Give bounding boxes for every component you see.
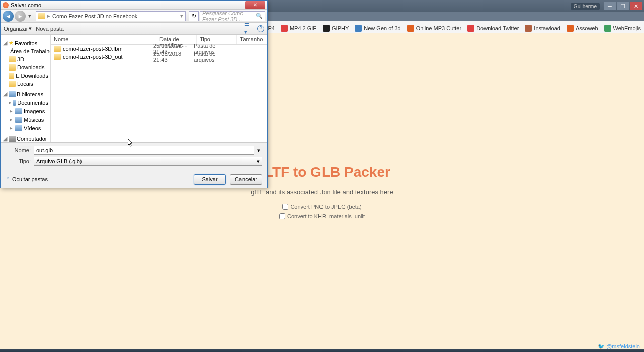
- nav-history-dropdown[interactable]: ▾: [27, 11, 33, 21]
- bookmark-mp3cutter[interactable]: Online MP3 Cutter: [407, 25, 461, 32]
- library-icon: [15, 108, 22, 114]
- search-icon[interactable]: 🔍: [256, 13, 263, 19]
- folder-icon: [9, 64, 16, 71]
- library-icon: [13, 100, 16, 106]
- bookmark-assoweb[interactable]: Assoweb: [567, 25, 598, 32]
- bookmark-webemojis[interactable]: WebEmojis: [604, 25, 641, 32]
- folder-icon: [9, 73, 14, 79]
- library-icon: [15, 117, 22, 123]
- tree-item-images[interactable]: ▸Imagens: [1, 107, 50, 115]
- minimize-button[interactable]: ─: [604, 2, 616, 10]
- tree-item-music[interactable]: ▸Músicas: [1, 115, 50, 124]
- tree-computer[interactable]: ◢Computador: [1, 134, 50, 142]
- dialog-body: ◢★Favoritos Área de Trabalho 3D Download…: [1, 35, 267, 143]
- folder-icon: [9, 56, 16, 62]
- dialog-nav: ◄ ► ▾ ▸ Como Fazer Post 3D no Facebook ▾…: [1, 10, 267, 23]
- bookmark-instawload[interactable]: Instawload: [525, 25, 560, 32]
- save-dialog: Salvar como ✕ ◄ ► ▾ ▸ Como Fazer Post 3D…: [0, 0, 268, 188]
- name-label: Nome:: [6, 147, 31, 153]
- folder-icon: [9, 81, 16, 87]
- help-button[interactable]: ?: [257, 25, 264, 32]
- bookmark-newgen3d[interactable]: New Gen of 3d: [355, 25, 400, 32]
- tree-item-edownloads[interactable]: E Downloads: [1, 72, 50, 80]
- folder-icon: [38, 13, 45, 19]
- library-icon: [9, 91, 16, 97]
- bookmark-giphy[interactable]: GIPHY: [323, 25, 349, 32]
- option-khr-unlit[interactable]: Convert to KHR_materials_unlit: [279, 213, 365, 219]
- tree-item-documents[interactable]: ▸Documentos: [1, 98, 50, 107]
- page-subtitle: glTF and its associated .bin file and te…: [251, 188, 393, 196]
- col-name[interactable]: Nome: [51, 35, 156, 44]
- checkbox-png-jpeg[interactable]: [282, 204, 288, 210]
- hide-folders-button[interactable]: ⌃ Ocultar pastas: [6, 176, 48, 183]
- tree-item-3d[interactable]: 3D: [1, 55, 50, 63]
- file-list-rows: como-fazer-post-3D.fbm 25/06/2018 21:43 …: [51, 45, 267, 142]
- bookmark-dltwitter[interactable]: Download Twitter: [467, 25, 519, 32]
- view-button[interactable]: ☰ ▾: [244, 24, 253, 33]
- dialog-close-button[interactable]: ✕: [245, 1, 265, 9]
- nav-forward-button[interactable]: ►: [15, 11, 26, 22]
- filename-dropdown[interactable]: ▾: [257, 147, 262, 154]
- user-badge: Guilherme: [571, 3, 600, 10]
- type-label: Tipo:: [6, 158, 31, 164]
- tree-favorites[interactable]: ◢★Favoritos: [1, 39, 50, 47]
- dialog-footer: ⌃ Ocultar pastas Salvar Cancelar: [1, 171, 267, 188]
- library-icon: [15, 125, 22, 131]
- chevron-up-icon: ⌃: [6, 176, 10, 183]
- refresh-button[interactable]: ↻: [189, 11, 199, 21]
- nav-back-button[interactable]: ◄: [3, 11, 14, 22]
- chevron-right-icon: ▸: [47, 13, 50, 19]
- new-folder-button[interactable]: Nova pasta: [36, 26, 64, 32]
- dialog-titlebar[interactable]: Salvar como ✕: [1, 1, 267, 10]
- chevron-down-icon: ▾: [257, 158, 260, 165]
- taskbar[interactable]: [0, 349, 644, 352]
- tree-item-locais[interactable]: Locais: [1, 80, 50, 88]
- cancel-button[interactable]: Cancelar: [230, 174, 262, 185]
- file-row[interactable]: como-fazer-post-3D_out 25/06/2018 21:43 …: [51, 53, 267, 61]
- dialog-fields: Nome: ▾ Tipo: Arquivo GLB (.glb) ▾: [1, 143, 267, 171]
- dialog-toolbar: Organizar ▾ Nova pasta ☰ ▾ ?: [1, 23, 267, 35]
- breadcrumb[interactable]: ▸ Como Fazer Post 3D no Facebook ▾: [36, 11, 186, 21]
- page-title: GLTF to GLB Packer: [254, 164, 390, 180]
- filename-input[interactable]: [34, 146, 254, 155]
- option-png-jpeg[interactable]: Convert PNG to JPEG (beta): [282, 204, 361, 210]
- col-size[interactable]: Tamanho: [237, 35, 267, 44]
- checkbox-khr-unlit[interactable]: [279, 213, 285, 219]
- filetype-select[interactable]: Arquivo GLB (.glb) ▾: [34, 157, 262, 166]
- star-icon: ★: [9, 40, 14, 46]
- chevron-down-icon[interactable]: ▾: [180, 13, 183, 19]
- file-list: Nome Data de modificaç... Tipo Tamanho c…: [51, 35, 267, 142]
- maximize-button[interactable]: ☐: [617, 2, 629, 10]
- folder-icon: [54, 54, 61, 60]
- bookmark-mp42gif[interactable]: MP4 2 GIF: [281, 25, 316, 32]
- chevron-down-icon: ▾: [29, 25, 32, 32]
- organize-button[interactable]: Organizar ▾: [4, 25, 32, 32]
- save-button[interactable]: Salvar: [194, 174, 226, 185]
- dialog-title: Salvar como: [11, 2, 243, 8]
- tree-item-desktop[interactable]: Área de Trabalho: [1, 47, 50, 55]
- tree-item-downloads[interactable]: Downloads: [1, 63, 50, 72]
- breadcrumb-segment[interactable]: Como Fazer Post 3D no Facebook: [52, 13, 137, 19]
- computer-icon: [9, 136, 16, 142]
- tree-libraries[interactable]: ◢Bibliotecas: [1, 90, 50, 98]
- folder-tree[interactable]: ◢★Favoritos Área de Trabalho 3D Download…: [1, 35, 51, 142]
- dialog-icon: [3, 2, 9, 8]
- tree-item-videos[interactable]: ▸Vídeos: [1, 124, 50, 132]
- search-input[interactable]: Pesquisar Como Fazer Post 3D... 🔍: [200, 11, 265, 21]
- folder-icon: [54, 46, 61, 52]
- close-button[interactable]: ✕: [630, 2, 642, 10]
